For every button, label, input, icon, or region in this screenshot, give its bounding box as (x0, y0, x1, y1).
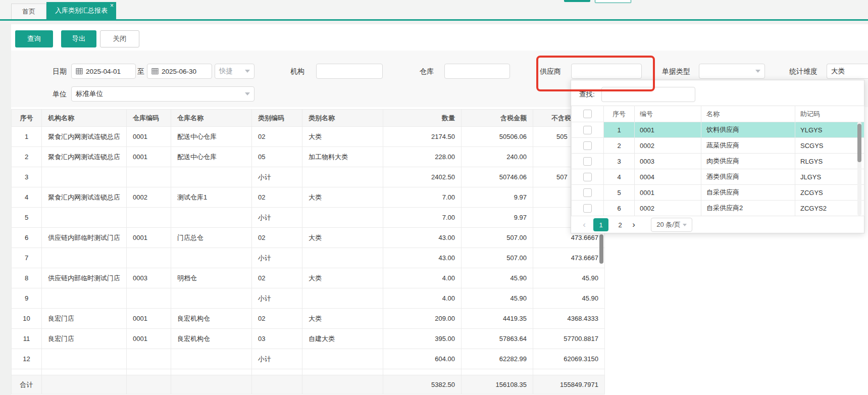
report-cell: 7 (12, 248, 42, 268)
tab-home[interactable]: 首页 (11, 4, 46, 19)
report-cell: 2174.50 (383, 127, 462, 147)
supplier-row[interactable]: 60002自采供应商2ZCGYS2 (572, 201, 864, 216)
page-2-button[interactable]: 2 (615, 218, 626, 232)
supplier-cell: YLGYS (795, 122, 864, 138)
report-cell: 02 (252, 127, 302, 147)
supplier-cell: SCGYS (795, 138, 864, 154)
report-cell: 加工物料大类 (302, 147, 383, 167)
report-row[interactable]: 1聚食汇内网测试连锁总店0001配送中心仓库02大类2174.5050506.0… (12, 127, 605, 147)
report-row[interactable]: 8供应链内部临时测试门店0003明档仓02大类4.0045.9045.90 (12, 268, 605, 288)
report-cell: 4.00 (383, 268, 462, 288)
supplier-cell: ZCGYS2 (795, 201, 864, 216)
col-category-code: 类别编码 (252, 110, 302, 127)
report-cell: 大类 (302, 228, 383, 248)
supplier-row[interactable]: 40004酒类供应商JLGYS (572, 169, 864, 185)
doc-type-select[interactable] (699, 64, 765, 79)
supplier-row[interactable]: 50001自采供应商ZCGYS (572, 185, 864, 201)
row-checkbox-icon[interactable] (583, 204, 592, 213)
report-row[interactable]: 11良宏门店0001良宏机构仓03自建大类395.0057863.6457700… (12, 329, 605, 349)
report-cell: 聚食汇内网测试连锁总店 (42, 147, 127, 167)
page-1-button[interactable]: 1 (593, 218, 608, 231)
table-vertical-scrollbar[interactable] (599, 234, 603, 264)
page-size-select[interactable]: 20 条/页 (651, 218, 692, 232)
report-cell: 02 (252, 228, 302, 248)
supplier-row[interactable]: 30003肉类供应商RLGYS (572, 154, 864, 169)
report-cell (42, 375, 127, 394)
report-cell: 62069.3150 (533, 349, 605, 369)
report-cell: 良宏门店 (42, 309, 127, 329)
stat-dim-select[interactable]: 大类 (827, 64, 868, 79)
tab-report-active[interactable]: 入库类别汇总报表 × (46, 2, 116, 19)
report-cell: 小计 (252, 288, 302, 309)
report-row[interactable]: 5小计7.009.97 (12, 208, 605, 228)
export-button[interactable]: 导出 (61, 30, 96, 47)
select-all-checkbox-icon[interactable] (583, 110, 592, 118)
prev-page-icon[interactable]: ‹ (580, 218, 588, 232)
report-row[interactable]: 6供应链内部临时测试门店0001门店总仓02大类43.00507.00473.6… (12, 228, 605, 248)
report-cell: 156108.35 (462, 375, 533, 394)
unit-select[interactable]: 标准单位 (71, 86, 254, 102)
report-cell: 9.97 (462, 208, 533, 228)
report-cell: 自建大类 (302, 329, 383, 349)
report-row[interactable]: 10良宏门店0001良宏机构仓02大类209.004419.354368.433… (12, 309, 605, 329)
report-cell: 4368.4333 (533, 309, 605, 329)
report-cell: 3 (12, 167, 42, 187)
query-button[interactable]: 查询 (15, 30, 53, 47)
supplier-cell: 蔬菜供应商 (701, 138, 795, 154)
accent-strip (0, 19, 868, 21)
report-cell: 604.00 (383, 349, 462, 369)
supplier-cell: 2 (604, 138, 635, 154)
report-total-row[interactable]: 合计5382.50156108.35155849.7971 (12, 375, 605, 394)
popup-scrollbar-thumb[interactable] (857, 124, 861, 162)
report-cell: 473.6667 (533, 248, 605, 268)
supplier-table-header: 序号 编号 名称 助记码 (572, 106, 864, 122)
date-from-value: 2025-04-01 (86, 68, 121, 75)
report-row[interactable]: 9小计4.0045.9045.90 (12, 288, 605, 309)
supplier-cell: 自采供应商 (701, 185, 795, 201)
supplier-row[interactable]: 20002蔬菜供应商SCGYS (572, 138, 864, 154)
col-quantity: 数量 (383, 110, 462, 127)
report-row[interactable]: 12小计604.0062282.9962069.3150 (12, 349, 605, 369)
report-cell: 4 (12, 187, 42, 208)
report-row[interactable]: 2聚食汇内网测试连锁总店0001配送中心仓库05加工物料大类228.00240.… (12, 147, 605, 167)
date-from-input[interactable]: 2025-04-01 (71, 64, 136, 79)
report-cell: 供应链内部临时测试门店 (42, 268, 127, 288)
report-row[interactable]: 7小计43.00507.00473.6667 (12, 248, 605, 268)
col-org-name: 机构名称 (42, 110, 127, 127)
supplier-cell: 饮料供应商 (701, 122, 795, 138)
report-cell (171, 167, 252, 187)
supplier-row[interactable]: 10001饮料供应商YLGYS (572, 122, 864, 138)
report-cell (171, 349, 252, 369)
col-category-name: 类别名称 (302, 110, 383, 127)
org-input[interactable] (316, 64, 383, 79)
tab-report-label: 入库类别汇总报表 (55, 6, 108, 15)
supplier-cell: 自采供应商2 (701, 201, 795, 216)
report-cell: 43.00 (383, 248, 462, 268)
row-checkbox-icon[interactable] (583, 173, 592, 181)
row-checkbox-icon[interactable] (583, 141, 592, 150)
report-cell: 0001 (127, 127, 171, 147)
close-tab-icon[interactable]: × (110, 3, 114, 9)
date-to-input[interactable]: 2025-06-30 (147, 64, 212, 79)
row-checkbox-icon[interactable] (583, 126, 592, 134)
top-partial-button-outline (595, 0, 631, 3)
report-cell: 0001 (127, 147, 171, 167)
row-checkbox-icon[interactable] (583, 188, 592, 197)
supplier-input[interactable] (571, 64, 642, 79)
quick-range-select[interactable]: 快捷 (215, 64, 254, 79)
warehouse-input[interactable] (444, 64, 510, 79)
close-button[interactable]: 关闭 (100, 30, 139, 47)
report-cell: 62282.99 (462, 349, 533, 369)
report-row[interactable]: 3小计2402.5050746.06507 (12, 167, 605, 187)
report-cell (171, 288, 252, 309)
report-cell: 45.90 (533, 288, 605, 309)
supplier-cell: 0002 (635, 201, 701, 216)
row-checkbox-icon[interactable] (583, 157, 592, 166)
popup-search-input[interactable] (601, 87, 695, 102)
next-page-icon[interactable]: › (630, 218, 638, 232)
report-cell: 4.00 (383, 288, 462, 309)
report-row[interactable]: 4聚食汇内网测试连锁总店0002测试仓库102大类7.009.97 (12, 187, 605, 208)
report-cell (302, 208, 383, 228)
report-cell (127, 248, 171, 268)
report-cell: 0001 (127, 329, 171, 349)
